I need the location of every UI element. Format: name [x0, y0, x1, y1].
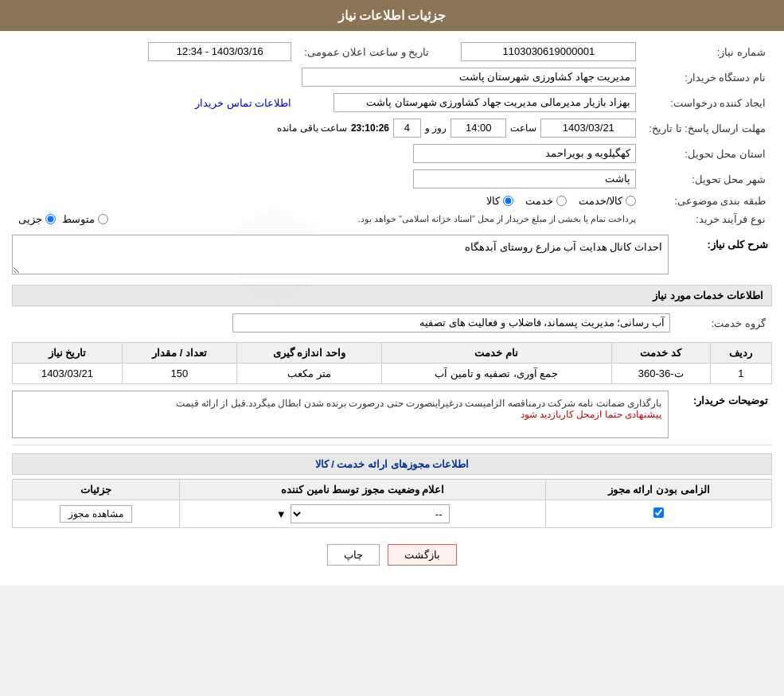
- deadline-date: 1403/03/21: [540, 119, 636, 138]
- deadline-days: 4: [393, 119, 421, 138]
- row-creator: ایجاد کننده درخواست: بهزاد بازیار مدیرما…: [12, 90, 772, 115]
- need-number-label: شماره نیاز:: [642, 39, 772, 64]
- page-header: جزئیات اطلاعات نیاز: [0, 0, 784, 31]
- creator-label: ایجاد کننده درخواست:: [642, 90, 772, 115]
- content-area: شماره نیاز: 1103030619000001 تاریخ و ساع…: [0, 31, 784, 585]
- divider: [12, 445, 772, 445]
- cell-quantity: 150: [122, 364, 236, 384]
- buyer-notes-label: توضیحات خریدار:: [669, 391, 772, 406]
- category-kala[interactable]: کالا: [486, 195, 513, 207]
- description-section: شرح کلی نیاز: ana احداث کانال هدایت آب م…: [12, 235, 772, 277]
- license-status-cell: -- ▼: [180, 500, 546, 528]
- table-row: 1 ت-36-360 جمع آوری، تصفیه و تامین آب مت…: [13, 364, 772, 384]
- main-info-table: شماره نیاز: 1103030619000001 تاریخ و ساع…: [12, 39, 772, 228]
- buyer-notes-box: بارگذاری ضمانت نامه شرکت درمناقصه الزامی…: [12, 391, 669, 438]
- purchase-type-jozi[interactable]: جزیی: [18, 213, 56, 225]
- cell-date: 1403/03/21: [13, 364, 123, 384]
- header-date: تاریخ نیاز: [13, 343, 123, 364]
- services-section-title: اطلاعات خدمات مورد نیاز: [12, 285, 772, 306]
- category-khadamat-label: خدمت: [525, 195, 553, 207]
- header-quantity: تعداد / مقدار: [122, 343, 236, 364]
- bottom-buttons: بازگشت چاپ: [12, 532, 772, 577]
- purchase-type-note: پرداخت تمام یا بخشی از مبلغ خریدار از مح…: [115, 214, 636, 224]
- services-table: ردیف کد خدمت نام خدمت واحد اندازه گیری ت…: [12, 342, 772, 384]
- license-table: الزامی بودن ارائه مجوز اعلام وضعیت مجوز …: [12, 479, 772, 528]
- category-khadamat[interactable]: خدمت: [525, 195, 567, 207]
- header-unit: واحد اندازه گیری: [237, 343, 382, 364]
- page-wrapper: جزئیات اطلاعات نیاز شماره نیاز: 11030306…: [0, 0, 784, 585]
- province-value: کهگیلویه و بویراحمد: [413, 144, 636, 163]
- purchase-type-motavaset[interactable]: متوسط: [62, 213, 108, 225]
- license-required-checkbox[interactable]: [653, 507, 664, 518]
- announcement-date-label: تاریخ و ساعت اعلان عمومی:: [298, 39, 435, 64]
- deadline-days-label: روز و: [425, 122, 447, 134]
- deadline-time: 14:00: [451, 119, 506, 138]
- print-button[interactable]: چاپ: [327, 544, 380, 566]
- deadline-label: مهلت ارسال پاسخ: تا تاریخ:: [642, 115, 772, 141]
- contact-link[interactable]: اطلاعات تماس خریدار: [195, 97, 291, 109]
- deadline-remaining: 23:10:26: [351, 122, 389, 134]
- buyer-org-value: مدیریت جهاد کشاورزی شهرستان پاشت: [302, 68, 636, 87]
- license-required-cell: [546, 500, 772, 528]
- dropdown-icon: ▼: [276, 508, 287, 520]
- licenses-section-title: اطلاعات مجوزهای ارائه خدمت / کالا: [12, 453, 772, 475]
- buyer-notes-red: پیشنهادی حتما ازمحل کاربازدید شود: [521, 409, 661, 420]
- row-need-number: شماره نیاز: 1103030619000001 تاریخ و ساع…: [12, 39, 772, 64]
- services-table-header: ردیف کد خدمت نام خدمت واحد اندازه گیری ت…: [13, 343, 772, 364]
- license-details-cell: مشاهده مجوز: [13, 500, 180, 528]
- header-service-code: کد خدمت: [611, 343, 710, 364]
- header-service-name: نام خدمت: [381, 343, 611, 364]
- cell-unit: متر مکعب: [237, 364, 382, 384]
- row-deadline: مهلت ارسال پاسخ: تا تاریخ: 1403/03/21 سا…: [12, 115, 772, 141]
- description-input[interactable]: [12, 235, 669, 274]
- row-province: استان محل تحویل: کهگیلویه و بویراحمد: [12, 141, 772, 166]
- back-button[interactable]: بازگشت: [388, 544, 457, 566]
- service-group-label: گروه خدمت:: [677, 310, 772, 336]
- category-kala-label: کالا: [486, 195, 500, 207]
- province-label: استان محل تحویل:: [642, 141, 772, 166]
- service-group-table: گروه خدمت: آب رسانی؛ مدیریت پسماند، فاضل…: [12, 310, 772, 336]
- creator-value: بهزاد بازیار مدیرمالی مدیریت جهاد کشاورز…: [333, 93, 636, 112]
- buyer-org-label: نام دستگاه خریدار:: [642, 64, 772, 90]
- purchase-type-jozi-label: جزیی: [18, 213, 42, 225]
- license-row: -- ▼ مشاهده مجوز: [13, 500, 772, 528]
- buyer-notes-section: توضیحات خریدار: بارگذاری ضمانت نامه شرکت…: [12, 391, 772, 438]
- service-group-value: آب رسانی؛ مدیریت پسماند، فاضلاب و فعالیت…: [232, 313, 670, 332]
- deadline-remaining-label: ساعت باقی مانده: [277, 122, 347, 134]
- cell-service-code: ت-36-360: [611, 364, 710, 384]
- buyer-notes-normal: بارگذاری ضمانت نامه شرکت درمناقصه الزامی…: [176, 398, 661, 409]
- announcement-date-value: 1403/03/16 - 12:34: [148, 42, 291, 61]
- header-details: جزئیات: [13, 480, 180, 500]
- cell-service-name: جمع آوری، تصفیه و تامین آب: [381, 364, 611, 384]
- row-city: شهر محل تحویل: پاشت: [12, 166, 772, 192]
- category-label: طبقه بندی موضوعی:: [642, 192, 772, 210]
- license-table-header: الزامی بودن ارائه مجوز اعلام وضعیت مجوز …: [13, 480, 772, 500]
- cell-row-num: 1: [710, 364, 771, 384]
- city-label: شهر محل تحویل:: [642, 166, 772, 192]
- category-kala-khadamat-label: کالا/خدمت: [579, 195, 623, 207]
- header-row-num: ردیف: [710, 343, 771, 364]
- city-value: پاشت: [413, 169, 636, 189]
- license-status-select[interactable]: --: [291, 504, 450, 523]
- description-label: شرح کلی نیاز:: [669, 235, 772, 251]
- deadline-time-label: ساعت: [510, 122, 536, 134]
- header-status: اعلام وضعیت مجوز توسط نامین کننده: [180, 480, 546, 500]
- header-required: الزامی بودن ارائه مجوز: [546, 480, 772, 500]
- row-category: طبقه بندی موضوعی: کالا/خدمت خدمت: [12, 192, 772, 210]
- row-buyer-org: نام دستگاه خریدار: مدیریت جهاد کشاورزی ش…: [12, 64, 772, 90]
- category-kala-khadamat[interactable]: کالا/خدمت: [579, 195, 637, 207]
- row-service-group: گروه خدمت: آب رسانی؛ مدیریت پسماند، فاضل…: [12, 310, 772, 336]
- purchase-type-label: نوع فرآیند خرید:: [642, 210, 772, 228]
- need-number-value: 1103030619000001: [461, 42, 636, 61]
- purchase-type-motavaset-label: متوسط: [62, 213, 95, 225]
- view-license-button[interactable]: مشاهده مجوز: [60, 505, 131, 523]
- page-title: جزئیات اطلاعات نیاز: [338, 9, 447, 22]
- row-purchase-type: نوع فرآیند خرید: پرداخت تمام یا بخشی از …: [12, 210, 772, 228]
